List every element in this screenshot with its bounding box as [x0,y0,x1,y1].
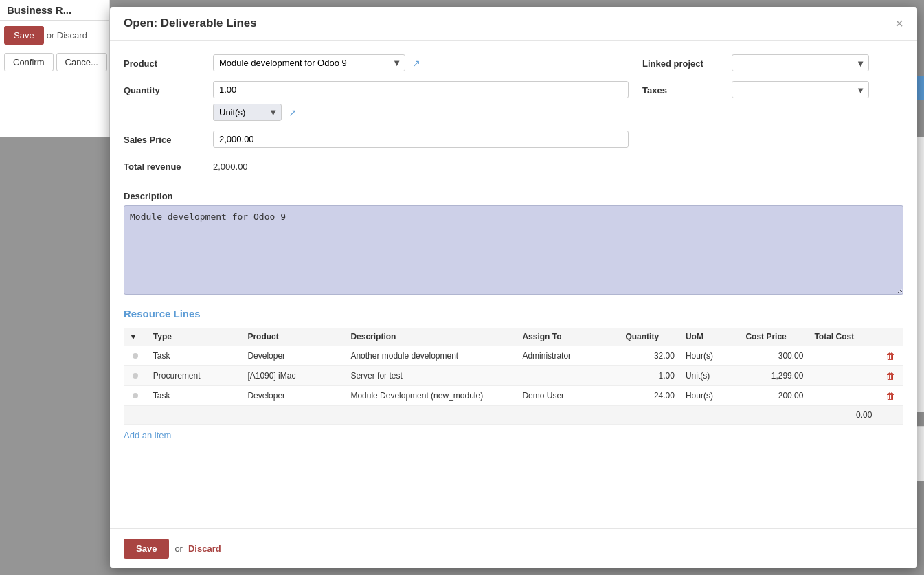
row-delete-cell: 🗑 [877,346,903,366]
col-type-header: Type [148,328,243,346]
resource-lines-table: ▼ Type Product Description Assign To Qua… [124,328,903,425]
col-description-header: Description [345,328,517,346]
linked-project-select[interactable] [732,54,869,71]
row-product: Developer [242,386,345,406]
row-delete-cell: 🗑 [877,366,903,386]
description-textarea[interactable]: Module development for Odoo 9 [124,205,903,295]
col-uom-header: UoM [680,328,741,346]
row-type: Procurement [148,366,243,386]
uom-select[interactable]: Unit(s) Hour(s) [213,104,282,121]
row-type: Task [148,386,243,406]
description-section: Description Module development for Odoo … [124,191,903,297]
row-quantity: 24.00 [620,386,680,406]
col-quantity-header: Quantity [620,328,680,346]
row-product: Developer [242,346,345,366]
row-cost-price: 300.00 [740,346,809,366]
product-select[interactable]: Module development for Odoo 9 [213,54,405,71]
row-description: Server for test [345,366,517,386]
col-assign-header: Assign To [517,328,620,346]
delete-row-icon[interactable]: 🗑 [886,370,895,381]
row-total-cost [809,346,877,366]
delete-row-icon[interactable]: 🗑 [886,390,895,401]
row-uom: Unit(s) [680,366,741,386]
quantity-label: Quantity [124,81,213,95]
save-modal-button[interactable]: Save [124,539,169,559]
total-revenue-value: 2,000.00 [213,157,629,172]
discard-modal-button[interactable]: Discard [188,543,221,554]
row-cost-price: 1,299.00 [740,366,809,386]
row-product: [A1090] iMac [242,366,345,386]
sales-price-label: Sales Price [124,131,213,145]
row-uom: Hour(s) [680,346,741,366]
col-action-header [877,328,903,346]
row-total-cost [809,386,877,406]
row-handle [124,386,148,406]
modal-title: Open: Deliverable Lines [124,16,257,30]
taxes-label: Taxes [642,81,732,95]
col-handle-header: ▼ [124,328,148,346]
row-handle [124,346,148,366]
bg-or-discard: or Discard [47,30,87,41]
row-description: Module Development (new_module) [345,386,517,406]
bg-save-button[interactable]: Save [4,26,44,45]
product-external-link-icon[interactable]: ↗ [412,58,420,69]
modal-close-button[interactable]: × [895,16,903,30]
uom-external-link-icon[interactable]: ↗ [289,107,297,118]
quantity-input[interactable]: 1.00 [213,81,629,98]
col-product-header: Product [242,328,345,346]
delete-row-icon[interactable]: 🗑 [886,350,895,361]
row-type: Task [148,346,243,366]
uom-select-wrapper: Unit(s) Hour(s) ▼ [213,104,282,121]
bg-confirm-button[interactable]: Confirm [4,53,54,71]
row-description: Another module development [345,346,517,366]
modal-body: Product Module development for Odoo 9 ▼ … [110,41,917,528]
taxes-select[interactable] [732,81,869,98]
product-select-wrapper: Module development for Odoo 9 ▼ [213,54,405,71]
row-assign: Demo User [517,386,620,406]
resource-lines-title: Resource Lines [124,308,903,319]
row-total-cost [809,366,877,386]
col-cost-header: Cost Price [740,328,809,346]
total-value: 0.00 [809,406,877,425]
col-total-header: Total Cost [809,328,877,346]
row-assign [517,366,620,386]
modal-footer: Save or Discard [110,528,917,568]
total-label [124,406,809,425]
or-text: or [174,543,183,554]
add-item-link[interactable]: Add an item [124,430,171,440]
linked-project-label: Linked project [642,54,732,69]
row-cost-price: 200.00 [740,386,809,406]
total-revenue-label: Total revenue [124,157,213,172]
row-handle [124,366,148,386]
row-quantity: 1.00 [620,366,680,386]
description-label: Description [124,191,903,201]
modal-header: Open: Deliverable Lines × [110,7,917,41]
row-delete-cell: 🗑 [877,386,903,406]
product-label: Product [124,54,213,69]
resource-lines-section: Resource Lines ▼ Type Product Descriptio… [124,308,903,446]
table-row: Procurement [A1090] iMac Server for test… [124,366,903,386]
table-row: Task Developer Another module developmen… [124,346,903,366]
sales-price-input[interactable]: 2,000.00 [213,131,629,148]
bg-cancel-button[interactable]: Cance... [56,53,107,71]
row-quantity: 32.00 [620,346,680,366]
bg-app-title: Business R... [0,0,109,21]
total-row: 0.00 [124,406,903,425]
row-uom: Hour(s) [680,386,741,406]
row-assign: Administrator [517,346,620,366]
table-row: Task Developer Module Development (new_m… [124,386,903,406]
